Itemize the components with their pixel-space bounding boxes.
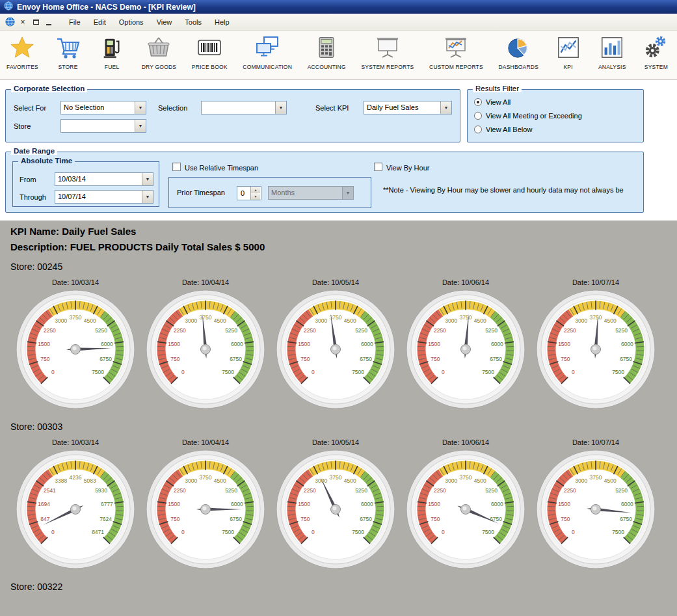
svg-text:7624: 7624 xyxy=(100,516,112,522)
through-date-combo[interactable]: 10/07/14 ▼ xyxy=(55,190,153,204)
svg-text:0: 0 xyxy=(572,369,575,375)
results-filter-option-view-all-meeting-or-exceeding[interactable]: View All Meeting or Exceeding xyxy=(474,112,582,120)
toolbar-item-custom-reports[interactable]: CUSTOM REPORTS xyxy=(427,33,486,70)
svg-text:4236: 4236 xyxy=(70,474,82,481)
select-kpi-combo[interactable]: Daily Fuel Sales ▼ xyxy=(364,101,452,114)
svg-text:5250: 5250 xyxy=(615,487,628,494)
svg-text:1500: 1500 xyxy=(38,341,50,347)
toolbar-item-label: DRY GOODS xyxy=(142,64,176,70)
radio-label: View All Below xyxy=(486,126,532,133)
monitors-icon xyxy=(254,34,281,61)
view-by-hour-label: View By Hour xyxy=(386,164,429,172)
menu-item-file[interactable]: File xyxy=(62,16,87,29)
projection-screen-icon xyxy=(374,34,401,61)
gauge-dial: 0750150022503000375045005250600067507500 xyxy=(145,289,266,412)
toolbar-item-communication[interactable]: COMMUNICATION xyxy=(240,33,295,70)
svg-text:0: 0 xyxy=(442,369,445,375)
prior-timespan-stepper[interactable]: 0 ▲▼ xyxy=(237,186,261,200)
toolbar-item-system[interactable]: SYSTEM xyxy=(639,33,673,70)
toolbar-item-system-reports[interactable]: SYSTEM REPORTS xyxy=(358,33,416,70)
svg-text:750: 750 xyxy=(561,356,570,362)
select-for-combo[interactable]: No Selection ▼ xyxy=(60,101,146,114)
toolbar-item-fuel[interactable]: FUEL xyxy=(95,33,129,70)
close-icon[interactable]: × xyxy=(17,16,29,28)
results-filter-option-view-all-below[interactable]: View All Below xyxy=(474,126,532,133)
through-label: Through xyxy=(20,193,46,201)
prior-timespan-value: 0 xyxy=(237,187,250,200)
svg-text:7500: 7500 xyxy=(612,369,624,375)
selection-combo[interactable]: ▼ xyxy=(201,101,287,114)
svg-text:6000: 6000 xyxy=(491,341,503,347)
svg-text:1500: 1500 xyxy=(428,341,440,347)
toolbar-item-label: ANALYSIS xyxy=(598,64,626,70)
star-icon xyxy=(8,34,36,61)
results-filter-option-view-all[interactable]: View All xyxy=(474,98,511,106)
toolbar-item-accounting[interactable]: ACCOUNTING xyxy=(305,33,349,70)
results-filter-title: Results Filter xyxy=(473,85,522,92)
toolbar-item-price-book[interactable]: PRICE BOOK xyxy=(189,33,230,70)
svg-text:3750: 3750 xyxy=(460,314,472,321)
svg-text:3000: 3000 xyxy=(445,317,457,324)
menu-item-tools[interactable]: Tools xyxy=(178,16,208,29)
svg-text:6750: 6750 xyxy=(230,516,242,522)
menu-item-view[interactable]: View xyxy=(150,16,179,29)
toolbar-item-favorites[interactable]: FAVORITES xyxy=(4,33,41,70)
svg-text:3750: 3750 xyxy=(590,314,602,321)
menu-item-edit[interactable]: Edit xyxy=(87,16,113,29)
store-combo[interactable]: ▼ xyxy=(60,119,146,133)
svg-text:6750: 6750 xyxy=(620,356,632,362)
gauge-date-label: Date: 10/04/14 xyxy=(182,278,229,286)
menu-item-options[interactable]: Options xyxy=(113,16,150,29)
svg-text:3750: 3750 xyxy=(590,474,602,481)
svg-text:0: 0 xyxy=(51,529,55,535)
svg-text:4500: 4500 xyxy=(344,317,356,324)
app-globe-icon xyxy=(4,1,13,13)
menu-item-help[interactable]: Help xyxy=(208,16,236,29)
kpi-description: Description: FUEL PRODUCTS Daily Total S… xyxy=(10,241,677,252)
svg-text:847: 847 xyxy=(40,516,49,522)
svg-text:3750: 3750 xyxy=(330,474,342,481)
toolbar-item-analysis[interactable]: ANALYSIS xyxy=(595,33,629,70)
svg-text:6777: 6777 xyxy=(101,501,113,507)
svg-text:4500: 4500 xyxy=(344,477,356,484)
svg-text:0: 0 xyxy=(181,529,185,535)
restore-icon[interactable] xyxy=(30,16,42,28)
toolbar-item-label: FUEL xyxy=(105,64,120,70)
select-for-label: Select For xyxy=(14,104,46,112)
svg-text:0: 0 xyxy=(442,529,445,535)
chevron-down-icon: ▼ xyxy=(342,187,353,199)
spin-up-icon[interactable]: ▲ xyxy=(251,187,260,193)
toolbar-item-kpi[interactable]: KPI xyxy=(551,33,585,70)
svg-text:750: 750 xyxy=(561,516,570,522)
use-relative-timespan-checkbox[interactable] xyxy=(172,163,181,171)
menu-items: FileEditOptionsViewToolsHelp xyxy=(62,16,236,29)
svg-text:6000: 6000 xyxy=(101,341,113,347)
from-date-combo[interactable]: 10/03/14 ▼ xyxy=(55,172,153,186)
gauge: Date: 10/07/1407501500225030003750450052… xyxy=(531,273,661,412)
svg-text:3388: 3388 xyxy=(55,477,67,484)
toolbar-item-dry-goods[interactable]: DRY GOODS xyxy=(139,33,179,70)
minimize-icon[interactable] xyxy=(43,16,55,28)
svg-text:6000: 6000 xyxy=(361,341,373,347)
store-value xyxy=(61,120,135,132)
basket-icon xyxy=(145,34,172,61)
view-by-hour-checkbox[interactable] xyxy=(374,163,382,171)
spin-down-icon[interactable]: ▼ xyxy=(251,193,260,200)
absolute-time-title: Absolute Time xyxy=(18,157,75,165)
toolbar-item-dashboards[interactable]: DASHBOARDS xyxy=(496,33,541,70)
toolbar-item-label: SYSTEM REPORTS xyxy=(361,64,414,70)
results-filter-group: Results Filter View AllView All Meeting … xyxy=(467,89,644,142)
fuel-pump-icon xyxy=(98,34,126,61)
gauge-date-label: Date: 10/07/14 xyxy=(572,438,619,446)
stores-container: Store: 00245Date: 10/03/1407501500225030… xyxy=(10,261,677,592)
toolbar-item-store[interactable]: STORE xyxy=(51,33,85,70)
svg-text:1500: 1500 xyxy=(298,501,310,507)
radio-icon xyxy=(474,98,482,106)
gauge-dial: 0750150022503000375045005250600067507500 xyxy=(15,289,136,412)
gauge: Date: 10/07/1407501500225030003750450052… xyxy=(531,433,661,572)
chevron-down-icon: ▼ xyxy=(135,101,146,114)
svg-text:2250: 2250 xyxy=(44,327,56,334)
svg-text:3000: 3000 xyxy=(315,317,327,324)
toolbar-item-label: CUSTOM REPORTS xyxy=(429,64,483,70)
svg-text:3750: 3750 xyxy=(200,314,212,321)
